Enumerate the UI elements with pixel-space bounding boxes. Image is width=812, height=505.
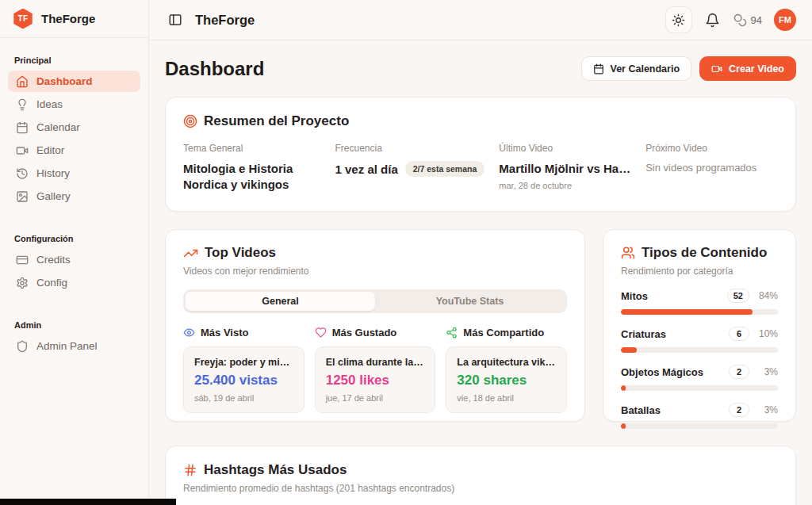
most-shared-video-card[interactable]: La arquitectura vikinga 320 shares vie, … [446,346,567,413]
summary-field-frecuencia: Frecuencia 1 vez al día 2/7 esta semana [335,143,485,193]
eye-icon [183,327,195,339]
count-badge: 2 [729,365,749,379]
calendar-icon [16,121,29,134]
main-area: TheForge 94 FM Dashboard Ver Calendario [149,0,812,505]
progress-track [621,423,778,429]
lightbulb-icon [16,98,29,111]
content-type-row-objetos-magicos: Objetos Mágicos 2 3% [621,365,778,391]
stat-most-viewed: Más Visto Freyja: poder y misterio 25.40… [183,327,304,413]
content-type-row-batallas: Batallas 2 3% [621,403,778,429]
field-value: Mitologia e Historia Nordica y vikingos [183,161,321,193]
sidebar-item-ideas[interactable]: Ideas [8,94,140,115]
type-label: Objetos Mágicos [621,366,703,378]
content-types-card: Tipos de Contenido Rendimiento por categ… [603,229,796,422]
history-icon [16,167,29,180]
video-metric: 25.400 vistas [194,373,293,388]
top-videos-title: Top Videos [205,245,276,261]
sidebar-logo: TF TheForge [0,0,148,38]
sidebar-item-editor[interactable]: Editor [8,140,140,161]
tab-general[interactable]: General [186,292,375,311]
top-header: TheForge 94 FM [149,0,812,40]
sidebar-logo-text: TheForge [41,12,95,25]
video-icon [711,63,722,75]
summary-field-ultimo-video: Último Video Martillo Mjölnir vs Hacha d… [499,143,631,193]
content-type-row-criaturas: Criaturas 6 10% [621,327,778,353]
hashtags-subtitle: Rendimiento promedio de hashtags (201 ha… [183,483,778,494]
sidebar-item-dashboard[interactable]: Dashboard [8,71,140,92]
content-type-row-mitos: Mitos 52 84% [621,289,778,315]
sun-icon [672,13,685,27]
count-badge: 6 [729,327,749,341]
most-viewed-video-card[interactable]: Freyja: poder y misterio 25.400 vistas s… [183,346,304,413]
type-label: Criaturas [621,328,666,340]
type-percent: 3% [756,404,778,415]
field-value: Martillo Mjölnir vs Hacha de... [499,161,631,177]
page-title: Dashboard [165,58,264,80]
sidebar-nav: Principal Dashboard Ideas Calendar Edito… [0,38,148,368]
theme-toggle-button[interactable] [665,6,692,33]
nav-section-principal: Principal [14,55,134,65]
theforge-logo-icon: TF [13,9,33,29]
target-icon [183,114,197,128]
hashtags-title: Hashtags Más Usados [204,462,347,478]
type-label: Batallas [621,404,661,416]
project-summary-card: Resumen del Proyecto Tema General Mitolo… [165,97,796,212]
nav-section-configuracion: Configuración [14,234,134,243]
sidebar-item-label: Dashboard [36,75,93,87]
sidebar-item-label: Calendar [36,121,80,133]
stat-label: Más Visto [201,327,248,339]
stat-label: Más Gustado [332,327,397,339]
tab-youtube-stats[interactable]: YouTube Stats [375,292,565,311]
create-video-button[interactable]: Crear Video [699,56,796,81]
image-icon [16,190,29,203]
progress-track [621,385,778,391]
video-metric: 1250 likes [326,373,425,388]
sidebar-toggle-button[interactable] [165,10,186,30]
sidebar-item-history[interactable]: History [8,163,140,184]
top-videos-tabbar: General YouTube Stats [183,289,567,313]
sidebar-item-label: Gallery [36,190,71,202]
top-videos-subtitle: Videos con mejor rendimiento [183,266,567,277]
trending-up-icon [183,246,198,261]
most-liked-video-card[interactable]: El clima durante la era ... 1250 likes j… [315,346,436,413]
credits-count: 94 [751,14,762,26]
avatar[interactable]: FM [774,9,796,31]
sidebar-item-label: Config [36,277,67,289]
video-title: Freyja: poder y misterio [194,357,293,368]
video-metric: 320 shares [457,373,556,388]
users-icon [621,246,635,260]
sidebar-item-gallery[interactable]: Gallery [8,186,140,207]
progress-fill [621,385,626,391]
field-date: mar, 28 de octubre [499,181,631,190]
summary-field-tema: Tema General Mitologia e Historia Nordic… [183,143,321,193]
view-calendar-button[interactable]: Ver Calendario [581,56,692,81]
sidebar-item-credits[interactable]: Credits [8,249,140,270]
gear-icon [16,277,29,289]
credits-counter[interactable]: 94 [733,13,762,27]
video-date: vie, 18 de abril [457,393,556,403]
field-label: Último Video [499,143,631,154]
field-label: Tema General [183,143,321,154]
sidebar-item-admin-panel[interactable]: Admin Panel [8,335,140,357]
sidebar-item-calendar[interactable]: Calendar [8,117,140,138]
sidebar: TF TheForge Principal Dashboard Ideas Ca… [0,0,149,505]
type-percent: 3% [756,366,778,377]
field-value: Sin videos programados [645,162,778,174]
view-calendar-label: Ver Calendario [611,63,680,75]
nav-section-admin: Admin [14,320,134,330]
sidebar-item-label: History [36,167,70,179]
heart-icon [315,327,327,339]
sidebar-item-config[interactable]: Config [8,272,140,293]
calendar-icon [593,63,604,75]
progress-fill [621,423,626,429]
count-badge: 52 [727,289,749,303]
notifications-button[interactable] [704,11,722,29]
field-label: Frecuencia [335,143,485,154]
content-types-title: Tipos de Contenido [642,245,767,261]
sidebar-item-label: Ideas [36,98,63,110]
video-date: jue, 17 de abril [326,393,425,403]
sidebar-item-label: Credits [36,254,71,266]
stat-most-shared: Más Compartido La arquitectura vikinga 3… [446,327,567,413]
credit-card-icon [16,254,29,266]
summary-field-proximo-video: Próximo Video Sin videos programados [645,143,778,193]
